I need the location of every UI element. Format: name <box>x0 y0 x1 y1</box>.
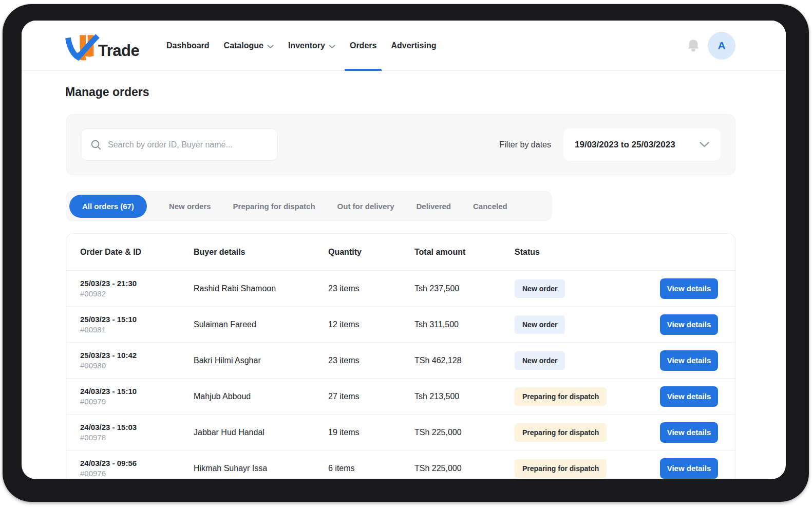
app-header: Trade Dashboard Catalogue Inventory Orde… <box>22 21 786 71</box>
search-box[interactable] <box>81 128 278 161</box>
order-date: 24/03/23 - 15:10 <box>80 387 194 396</box>
nav-item[interactable]: Inventory <box>283 21 341 71</box>
table-row: 25/03/23 - 10:42 #00980 Bakri Hilmi Asgh… <box>66 343 735 379</box>
screenshot-canvas: Trade Dashboard Catalogue Inventory Orde… <box>0 0 812 507</box>
view-details-button[interactable]: View details <box>660 314 718 335</box>
column-header-status: Status <box>515 248 660 257</box>
column-header-amount: Total amount <box>414 248 515 257</box>
order-id: #00979 <box>80 397 194 406</box>
nav-item[interactable]: Advertising <box>386 21 441 71</box>
status-badge: Preparing for dispatch <box>515 423 607 442</box>
order-id: #00981 <box>80 325 194 334</box>
brand-logo[interactable]: Trade <box>65 31 139 64</box>
order-quantity: 12 items <box>328 320 414 329</box>
nav-item[interactable]: Orders <box>345 21 382 71</box>
order-status-tabs: All orders (67) New orders Preparing for… <box>66 191 552 221</box>
nav-item[interactable]: Catalogue <box>219 21 279 71</box>
main-nav: Dashboard Catalogue Inventory Orders <box>161 21 441 71</box>
search-input[interactable] <box>108 140 268 149</box>
brand-logo-icon <box>65 31 102 64</box>
nav-item-label: Dashboard <box>166 41 210 50</box>
view-details-button[interactable]: View details <box>660 350 718 371</box>
status-tab[interactable]: Preparing for dispatch <box>233 202 315 211</box>
buyer-name: Jabbar Hud Handal <box>194 428 328 437</box>
status-tab-label: All orders (67) <box>82 202 134 211</box>
table-row: 25/03/23 - 21:30 #00982 Rashid Rabi Sham… <box>66 271 735 307</box>
page-title: Manage orders <box>65 85 149 99</box>
order-date-cell: 25/03/23 - 21:30 #00982 <box>80 279 194 298</box>
order-quantity: 27 items <box>328 392 414 401</box>
order-amount: TSh 225,000 <box>414 464 515 473</box>
order-quantity: 23 items <box>328 284 414 293</box>
status-tab[interactable]: Canceled <box>473 202 507 211</box>
status-tab-label: Preparing for dispatch <box>233 202 315 211</box>
table-body: 25/03/23 - 21:30 #00982 Rashid Rabi Sham… <box>66 271 735 479</box>
avatar[interactable]: A <box>708 32 735 60</box>
filter-panel: Filter by dates 19/03/2023 to 25/03/2023 <box>66 114 735 175</box>
status-badge: Preparing for dispatch <box>515 459 607 478</box>
brand-name: Trade <box>98 42 139 60</box>
order-amount: TSh 462,128 <box>414 356 515 365</box>
order-date-cell: 24/03/23 - 15:10 #00979 <box>80 387 194 406</box>
order-id: #00982 <box>80 289 194 298</box>
order-date-cell: 25/03/23 - 15:10 #00981 <box>80 315 194 334</box>
status-badge: New order <box>515 279 565 298</box>
order-amount: Tsh 213,500 <box>414 392 515 401</box>
status-tab[interactable]: New orders <box>169 202 211 211</box>
avatar-initial: A <box>717 40 725 52</box>
status-tab-label: Canceled <box>473 202 507 211</box>
order-id: #00980 <box>80 361 194 370</box>
order-amount: Tsh 237,500 <box>414 284 515 293</box>
date-filter-label: Filter by dates <box>500 140 551 149</box>
app-screen: Trade Dashboard Catalogue Inventory Orde… <box>22 21 786 479</box>
buyer-name: Bakri Hilmi Asghar <box>194 356 328 365</box>
status-tab-label: Out for delivery <box>337 202 394 211</box>
order-date: 25/03/23 - 10:42 <box>80 351 194 360</box>
status-tab[interactable]: Out for delivery <box>337 202 394 211</box>
chevron-down-icon <box>700 142 709 147</box>
table-row: 24/03/23 - 15:03 #00978 Jabbar Hud Handa… <box>66 415 735 450</box>
date-range-value: 19/03/2023 to 25/03/2023 <box>575 140 675 150</box>
order-date: 24/03/23 - 09:56 <box>80 459 194 467</box>
status-tab[interactable]: All orders (67) <box>69 195 147 218</box>
order-quantity: 6 items <box>328 464 414 473</box>
column-header-quantity: Quantity <box>328 248 414 257</box>
nav-item-label: Orders <box>350 41 376 50</box>
order-date-cell: 25/03/23 - 10:42 #00980 <box>80 351 194 370</box>
column-header-order-date: Order Date & ID <box>80 248 194 257</box>
order-date-cell: 24/03/23 - 15:03 #00978 <box>80 423 194 442</box>
order-quantity: 19 items <box>328 428 414 437</box>
search-icon <box>90 139 102 151</box>
status-badge: New order <box>515 315 565 334</box>
status-badge: New order <box>515 351 565 370</box>
status-badge: Preparing for dispatch <box>515 387 607 406</box>
nav-item-label: Catalogue <box>224 41 263 50</box>
status-tab-label: Delivered <box>416 202 451 211</box>
view-details-button[interactable]: View details <box>660 278 718 299</box>
order-amount: TSh 225,000 <box>414 428 515 437</box>
buyer-name: Sulaiman Fareed <box>194 320 328 329</box>
nav-item[interactable]: Dashboard <box>161 21 215 71</box>
date-range-dropdown[interactable]: 19/03/2023 to 25/03/2023 <box>563 128 721 161</box>
order-date: 24/03/23 - 15:03 <box>80 423 194 431</box>
order-date: 25/03/23 - 21:30 <box>80 279 194 288</box>
column-header-buyer: Buyer details <box>194 248 328 257</box>
bell-icon <box>686 39 701 54</box>
buyer-name: Hikmah Suhayr Issa <box>194 464 328 473</box>
buyer-name: Rashid Rabi Shamoon <box>194 284 328 293</box>
status-tab[interactable]: Delivered <box>416 202 451 211</box>
notifications-button[interactable] <box>686 39 701 54</box>
nav-item-label: Advertising <box>391 41 436 50</box>
view-details-button[interactable]: View details <box>660 422 718 443</box>
table-header-row: Order Date & ID Buyer details Quantity T… <box>66 234 735 271</box>
view-details-button[interactable]: View details <box>660 458 718 479</box>
order-date-cell: 24/03/23 - 09:56 #00976 <box>80 459 194 478</box>
order-quantity: 23 items <box>328 356 414 365</box>
table-row: 24/03/23 - 15:10 #00979 Mahjub Abboud 27… <box>66 379 735 415</box>
view-details-button[interactable]: View details <box>660 386 718 407</box>
table-row: 25/03/23 - 15:10 #00981 Sulaiman Fareed … <box>66 307 735 343</box>
chevron-down-icon <box>329 45 335 49</box>
order-date: 25/03/23 - 15:10 <box>80 315 194 324</box>
date-filter-group: Filter by dates 19/03/2023 to 25/03/2023 <box>500 128 721 161</box>
order-amount: Tsh 311,500 <box>414 320 515 329</box>
